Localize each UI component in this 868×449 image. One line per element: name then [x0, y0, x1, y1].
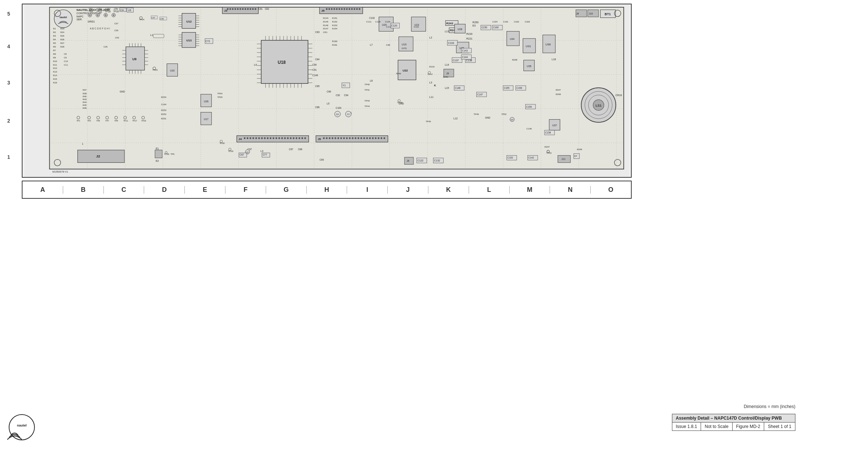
svg-text:Q3: Q3	[511, 119, 513, 121]
svg-point-234	[331, 137, 333, 139]
col-m: M	[510, 186, 550, 194]
svg-text:L3: L3	[261, 150, 264, 152]
svg-text:C83: C83	[315, 31, 319, 33]
svg-text:C100: C100	[336, 107, 342, 109]
col-d: D	[144, 186, 185, 194]
svg-point-251	[380, 137, 382, 139]
svg-text:C144: C144	[462, 56, 468, 58]
svg-text:C152: C152	[508, 156, 513, 159]
svg-text:R220: R220	[466, 33, 473, 35]
svg-text:C159: C159	[526, 106, 532, 108]
svg-text:L13: L13	[445, 30, 449, 33]
svg-text:TP9: TP9	[89, 10, 93, 13]
svg-text:U18: U18	[278, 60, 286, 65]
svg-text:L14: L14	[445, 63, 449, 66]
svg-text:C91: C91	[312, 69, 317, 71]
svg-text:R37: R37	[83, 89, 87, 91]
svg-text:L4: L4	[254, 63, 257, 66]
svg-point-228	[304, 137, 306, 139]
svg-point-78	[354, 8, 355, 10]
col-g: G	[266, 186, 307, 194]
svg-text:L11: L11	[429, 96, 434, 98]
svg-point-21	[54, 10, 72, 28]
svg-text:R40: R40	[83, 95, 87, 98]
svg-text:Q1: Q1	[336, 113, 339, 115]
col-n: N	[550, 186, 591, 194]
svg-text:C77: C77	[262, 153, 267, 156]
svg-point-36	[89, 15, 91, 16]
svg-text:J9: J9	[407, 160, 409, 162]
svg-text:C82: C82	[265, 8, 269, 10]
svg-text:R248: R248	[556, 93, 561, 95]
svg-text:R144: R144	[323, 17, 329, 19]
svg-text:C67: C67	[240, 153, 244, 156]
svg-text:R6: R6	[53, 46, 56, 48]
svg-text:TP49: TP49	[474, 113, 479, 115]
svg-text:L1: L1	[150, 34, 153, 36]
svg-text:C160: C160	[493, 26, 499, 29]
svg-text:R7: R7	[53, 49, 56, 52]
svg-text:C111: C111	[366, 21, 372, 23]
svg-text:TP5: TP5	[171, 153, 175, 155]
svg-text:C48: C48	[160, 18, 164, 20]
svg-point-64	[254, 8, 256, 10]
svg-text:+5V: +5V	[89, 8, 93, 10]
svg-text:U13: U13	[186, 39, 192, 42]
svg-text:(U/S): (U/S)	[443, 76, 448, 78]
svg-text:LS1: LS1	[596, 104, 602, 107]
svg-text:J6: J6	[321, 9, 325, 12]
svg-point-237	[340, 137, 342, 139]
svg-text:C163: C163	[525, 21, 530, 23]
svg-text:R221: R221	[466, 37, 473, 40]
svg-point-70	[333, 8, 335, 10]
svg-point-67	[326, 8, 328, 10]
svg-point-245	[363, 137, 365, 139]
row-numbers: 5 4 3 2 1	[7, 4, 22, 174]
svg-text:R219: R219	[429, 66, 435, 68]
nautel-logo-bottom: nautel	[7, 413, 36, 442]
svg-point-68	[328, 8, 330, 10]
svg-point-62	[249, 8, 251, 10]
svg-text:U31: U31	[526, 45, 531, 48]
svg-point-249	[375, 137, 376, 139]
svg-point-252	[383, 137, 385, 139]
svg-text:R15: R15	[53, 78, 57, 80]
row-4: 4	[7, 44, 10, 49]
svg-point-57	[237, 8, 239, 10]
svg-point-72	[338, 8, 340, 10]
svg-point-38	[97, 15, 98, 16]
svg-text:Q2: Q2	[246, 151, 249, 153]
svg-text:C156: C156	[517, 87, 522, 89]
col-a: A	[23, 186, 63, 194]
svg-point-76	[349, 8, 350, 10]
svg-text:R154: R154	[332, 28, 338, 30]
sheet-cell: Sheet 1 of 1	[764, 423, 795, 431]
svg-text:R252: R252	[161, 113, 166, 115]
column-labels: A B C D E F G H I J K L M N O	[22, 181, 632, 199]
svg-text:TP11: TP11	[123, 120, 128, 122]
svg-point-231	[323, 137, 325, 139]
not-to-scale-cell: Not to Scale	[701, 423, 732, 431]
svg-text:C55: C55	[114, 29, 119, 32]
svg-text:R26: R26	[60, 38, 65, 41]
svg-point-207	[244, 137, 245, 139]
svg-text:R23: R23	[60, 28, 65, 30]
svg-text:R9: R9	[53, 57, 56, 59]
svg-point-58	[240, 8, 241, 10]
svg-text:C8: C8	[64, 53, 67, 55]
svg-text:R151: R151	[332, 17, 338, 19]
svg-text:C142: C142	[528, 156, 534, 159]
svg-text:J2: J2	[96, 154, 101, 158]
svg-rect-393	[155, 150, 162, 158]
svg-text:E3: E3	[473, 24, 476, 27]
svg-text:R153: R153	[332, 24, 338, 26]
svg-text:C134: C134	[385, 21, 391, 23]
svg-text:Y1: Y1	[343, 84, 346, 87]
svg-point-73	[341, 8, 343, 10]
svg-point-235	[334, 137, 336, 139]
svg-text:-15V: -15V	[113, 8, 118, 10]
svg-text:C148: C148	[312, 74, 318, 77]
svg-point-247	[369, 137, 371, 139]
svg-point-214	[264, 137, 266, 139]
svg-text:R160: R160	[332, 40, 338, 42]
